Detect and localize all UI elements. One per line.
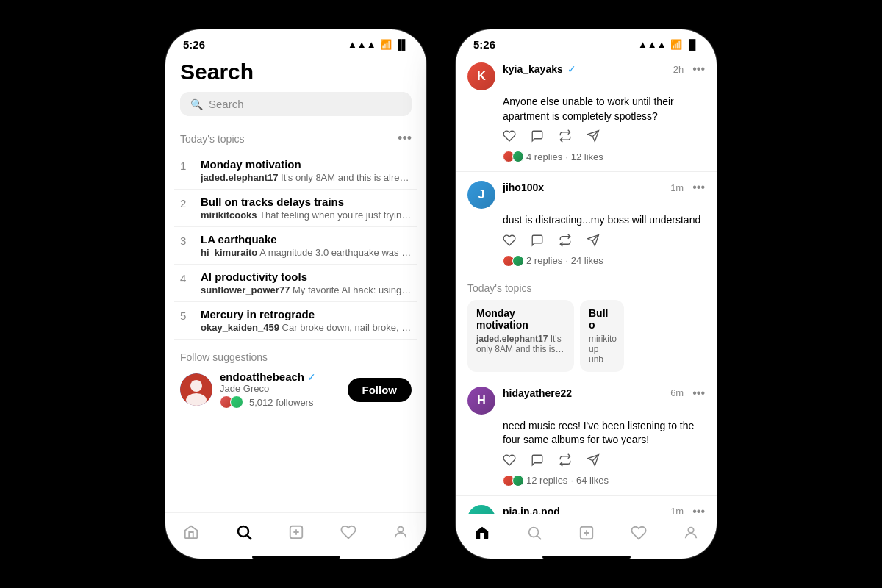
follow-user-info: endoatthebeach ✓ Jade Greco 5,012 follow… — [220, 370, 340, 409]
follow-realname: Jade Greco — [220, 383, 340, 394]
post-username-hidaya[interactable]: hidayathere22 — [503, 387, 572, 399]
topic-item-2[interactable]: 2 Bull on tracks delays trains mirikitco… — [174, 190, 417, 227]
share-icon-hidaya[interactable] — [587, 453, 600, 470]
post-actions-hidaya — [503, 453, 705, 470]
post-username-jiho[interactable]: jiho100x — [503, 182, 544, 193]
topics-section-label: Today's topics — [180, 133, 245, 145]
repost-icon-jiho[interactable] — [559, 234, 572, 251]
repost-icon-kyia[interactable] — [559, 129, 572, 146]
search-icon-left — [235, 523, 253, 545]
topic-author-4: sunflower_power77 — [201, 284, 290, 295]
topic-text-3: A magnitude 3.0 earthquake was reported … — [259, 247, 412, 258]
topic-preview-2: mirikitcooks That feeling when you're ju… — [201, 209, 412, 220]
post-more-jiho[interactable]: ••• — [692, 181, 705, 194]
nav-compose-left[interactable] — [279, 521, 313, 548]
share-icon-jiho[interactable] — [587, 234, 600, 251]
post-meta-hidaya: hidayathere22 6m ••• — [503, 387, 705, 400]
nav-likes-right[interactable] — [622, 522, 656, 548]
battery-icon: ▐▌ — [395, 39, 409, 50]
share-icon-kyia[interactable] — [587, 129, 600, 146]
reply-icon-kyia[interactable] — [531, 129, 544, 146]
post-user-row-hidaya: hidayathere22 6m ••• — [503, 387, 705, 400]
reply-icon-jiho[interactable] — [531, 234, 544, 251]
right-topic-card-preview-2: mirikitoup unb — [589, 334, 615, 365]
post-username-pia[interactable]: pia.in.a.pod — [503, 506, 560, 514]
right-topic-card-author-1: jaded.elephant17 — [476, 334, 551, 344]
compose-icon-left — [288, 524, 304, 545]
nav-home-right[interactable] — [465, 522, 499, 548]
stat-dot-kyia: · — [565, 151, 568, 162]
avatar-pia: P — [467, 505, 495, 514]
topic-title-1: Monday motivation — [201, 158, 412, 171]
repost-icon-hidaya[interactable] — [559, 453, 572, 470]
avatar-hidaya: H — [467, 387, 495, 415]
signal-icon: ▲▲▲ — [348, 39, 376, 50]
post-user-row-jiho: jiho100x 1m ••• — [503, 181, 705, 194]
post-more-pia[interactable]: ••• — [692, 505, 705, 514]
post-jiho: J jiho100x 1m ••• dust is distracting...… — [456, 172, 717, 276]
like-icon-hidaya[interactable] — [503, 453, 516, 470]
nav-profile-right[interactable] — [674, 522, 708, 548]
nav-compose-right[interactable] — [570, 522, 603, 548]
post-replies-kyia: 4 replies — [526, 151, 562, 162]
post-kyia: K kyia_kayaks ✓ 2h ••• Anyone else unabl… — [456, 54, 717, 172]
svg-line-4 — [247, 536, 251, 540]
heart-icon-left — [340, 524, 356, 545]
follow-button[interactable]: Follow — [348, 378, 412, 402]
follow-follower-avatars — [220, 395, 240, 409]
topic-content-3: LA earthquake hi_kimuraito A magnitude 3… — [201, 233, 412, 258]
post-time-hidaya: 6m — [670, 387, 684, 398]
post-text-jiho: dust is distracting...my boss will under… — [503, 213, 705, 228]
topic-item-3[interactable]: 3 LA earthquake hi_kimuraito A magnitude… — [174, 227, 417, 265]
stat-avatars-kyia — [503, 151, 522, 162]
right-topic-card-preview-1: jaded.elephant17 It's only 8AM and this … — [476, 334, 565, 354]
nav-likes-left[interactable] — [331, 521, 365, 548]
topic-author-5: okay_kaiden_459 — [201, 322, 279, 333]
post-hidaya: H hidayathere22 6m ••• need music recs! … — [456, 378, 717, 496]
topic-text-5: Car broke down, nail broke, and now it's… — [282, 322, 412, 333]
right-topics-section: Today's topics Monday motivation jaded.e… — [456, 276, 717, 378]
home-icon-right — [474, 525, 490, 545]
topics-more-icon[interactable]: ••• — [398, 131, 412, 146]
nav-profile-left[interactable] — [384, 521, 417, 548]
status-bar-right: 5:26 ▲▲▲ 📶 ▐▌ — [456, 29, 717, 54]
search-bar[interactable]: 🔍 Search — [180, 92, 412, 116]
topic-content-2: Bull on tracks delays trains mirikitcook… — [201, 196, 412, 220]
post-more-hidaya[interactable]: ••• — [692, 387, 705, 400]
nav-search-right[interactable] — [517, 522, 551, 548]
post-actions-jiho — [503, 234, 705, 251]
post-replies-jiho: 2 replies — [526, 255, 562, 266]
svg-point-16 — [688, 528, 693, 533]
like-icon-kyia[interactable] — [503, 129, 516, 146]
home-indicator-right — [542, 556, 631, 559]
right-topic-card-1[interactable]: Monday motivation jaded.elephant17 It's … — [467, 300, 574, 372]
post-more-kyia[interactable]: ••• — [692, 62, 705, 76]
right-phone-content: K kyia_kayaks ✓ 2h ••• Anyone else unabl… — [456, 54, 717, 514]
post-meta-jiho: jiho100x 1m ••• — [503, 181, 705, 194]
stat-avatar-2-hidaya — [512, 475, 524, 487]
topic-item-5[interactable]: 5 Mercury in retrograde okay_kaiden_459 … — [174, 302, 417, 340]
nav-search-left[interactable] — [226, 520, 262, 548]
topic-preview-3: hi_kimuraito A magnitude 3.0 earthquake … — [201, 247, 412, 258]
topic-item-1[interactable]: 1 Monday motivation jaded.elephant17 It'… — [174, 152, 417, 190]
nav-home-left[interactable] — [174, 521, 208, 548]
status-icons-left: ▲▲▲ 📶 ▐▌ — [348, 39, 409, 50]
topic-text-4: My favorite AI hack: using it to write s… — [293, 284, 412, 295]
reply-icon-hidaya[interactable] — [531, 453, 544, 470]
post-username-kyia[interactable]: kyia_kayaks — [503, 63, 563, 75]
topic-num-2: 2 — [180, 197, 192, 209]
post-likes-kyia: 12 likes — [571, 151, 603, 162]
left-bottom-nav — [165, 512, 426, 553]
like-icon-jiho[interactable] — [503, 234, 516, 251]
right-topic-card-title-1: Monday motivation — [476, 307, 565, 331]
post-header-pia: P pia.in.a.pod 1m ••• — [467, 505, 705, 514]
topic-item-4[interactable]: 4 AI productivity tools sunflower_power7… — [174, 265, 417, 302]
svg-point-6 — [398, 527, 403, 532]
post-header-jiho: J jiho100x 1m ••• — [467, 181, 705, 209]
stat-avatar-2-kyia — [512, 151, 524, 162]
follow-avatar — [180, 373, 212, 406]
right-topic-card-2[interactable]: Bull o mirikitoup unb — [580, 300, 624, 372]
follow-username: endoatthebeach — [220, 370, 304, 383]
search-icon: 🔍 — [190, 98, 203, 110]
topic-content-5: Mercury in retrograde okay_kaiden_459 Ca… — [201, 308, 412, 333]
